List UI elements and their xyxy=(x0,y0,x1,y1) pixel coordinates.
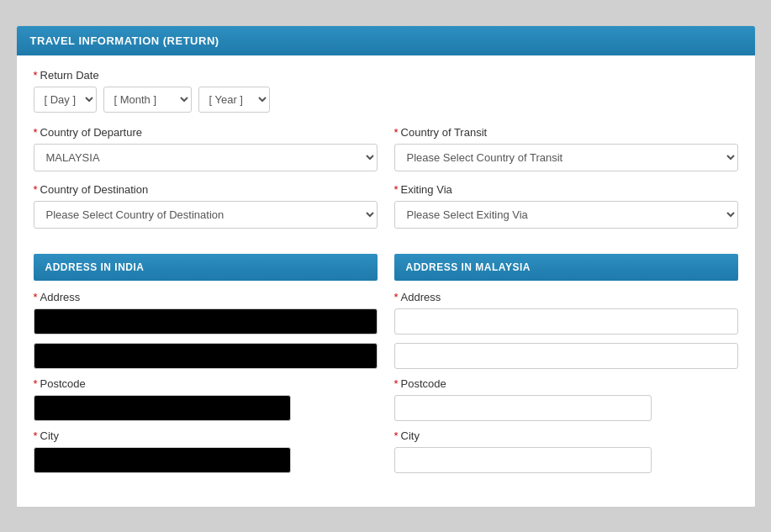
address-india-header-text: ADDRESS IN INDIA xyxy=(45,261,145,273)
year-select[interactable]: [ Year ] 2023202420252026 xyxy=(198,87,270,113)
malaysia-postcode-label-text: Postcode xyxy=(401,377,446,390)
day-select[interactable]: [ Day ] 12345 678910 1112131415 16171819… xyxy=(34,87,97,113)
malaysia-postcode-group: * Postcode xyxy=(394,377,738,421)
required-star-destination: * xyxy=(34,183,38,196)
malaysia-address-group: * Address xyxy=(394,291,738,369)
address-india-col: ADDRESS IN INDIA * Address xyxy=(34,254,378,482)
india-city-input[interactable] xyxy=(34,447,292,473)
exiting-label: * Exiting Via xyxy=(394,183,738,196)
malaysia-address2-group xyxy=(394,343,738,369)
address-india-header: ADDRESS IN INDIA xyxy=(34,254,378,281)
departure-label-text: Country of Departure xyxy=(40,126,142,139)
departure-col: * Country of Departure MALAYSIA INDIA SI… xyxy=(34,126,378,171)
month-select[interactable]: [ Month ] JanuaryFebruaryMarch AprilMayJ… xyxy=(103,87,192,113)
india-postcode-label: * Postcode xyxy=(34,377,378,390)
exiting-select[interactable]: Please Select Exiting Via Air Sea Land xyxy=(394,201,738,229)
departure-transit-row: * Country of Departure MALAYSIA INDIA SI… xyxy=(34,126,738,171)
required-star-india-city: * xyxy=(34,429,38,442)
exiting-col: * Exiting Via Please Select Exiting Via … xyxy=(394,183,738,229)
malaysia-city-label-text: City xyxy=(401,429,420,442)
address-malaysia-header-text: ADDRESS IN MALAYSIA xyxy=(406,261,531,273)
india-city-group: * City xyxy=(34,429,378,473)
transit-label: * Country of Transit xyxy=(394,126,738,139)
departure-select[interactable]: MALAYSIA INDIA SINGAPORE OTHER xyxy=(34,144,378,171)
exiting-label-text: Exiting Via xyxy=(401,183,452,196)
malaysia-city-group: * City xyxy=(394,429,738,473)
malaysia-address1-input[interactable] xyxy=(394,308,738,334)
return-date-label: * Return Date xyxy=(34,69,738,82)
required-star-india-postcode: * xyxy=(34,377,38,390)
malaysia-address-label: * Address xyxy=(394,291,738,303)
form-container: TRAVEL INFORMATION (RETURN) * Return Dat… xyxy=(16,25,756,508)
required-star-date: * xyxy=(34,69,38,82)
address-india-fields: * Address * Postcode xyxy=(34,291,378,473)
header-title: TRAVEL INFORMATION (RETURN) xyxy=(30,34,219,47)
malaysia-postcode-label: * Postcode xyxy=(394,377,738,390)
transit-col: * Country of Transit Please Select Count… xyxy=(394,126,738,171)
india-address-label: * Address xyxy=(34,291,378,303)
india-address2-input[interactable] xyxy=(34,343,378,369)
date-row: [ Day ] 12345 678910 1112131415 16171819… xyxy=(34,87,738,113)
required-star-departure: * xyxy=(34,126,38,139)
transit-select[interactable]: Please Select Country of Transit MALAYSI… xyxy=(394,144,738,171)
destination-col: * Country of Destination Please Select C… xyxy=(34,183,378,229)
destination-label: * Country of Destination xyxy=(34,183,378,196)
malaysia-city-input[interactable] xyxy=(394,447,652,473)
india-city-label: * City xyxy=(34,429,378,442)
transit-label-text: Country of Transit xyxy=(401,126,488,139)
departure-label: * Country of Departure xyxy=(34,126,378,139)
india-city-label-text: City xyxy=(40,429,59,442)
address-malaysia-fields: * Address * Postcode xyxy=(394,291,738,473)
india-postcode-input[interactable] xyxy=(34,395,292,421)
india-address1-group xyxy=(34,308,378,334)
required-star-malaysia-city: * xyxy=(394,429,399,442)
malaysia-address2-input[interactable] xyxy=(394,343,738,369)
india-postcode-group: * Postcode xyxy=(34,377,378,421)
malaysia-city-label: * City xyxy=(394,429,738,442)
india-address-label-text: Address xyxy=(40,291,81,303)
india-address2-group xyxy=(34,343,378,369)
destination-select[interactable]: Please Select Country of Destination MAL… xyxy=(34,201,378,229)
address-section: ADDRESS IN INDIA * Address xyxy=(17,254,755,490)
malaysia-postcode-input[interactable] xyxy=(394,395,652,421)
return-date-text: Return Date xyxy=(40,69,99,82)
malaysia-address-label-text: Address xyxy=(401,291,441,303)
required-star-transit: * xyxy=(394,126,399,139)
malaysia-address1-group xyxy=(394,308,738,334)
required-star-exiting: * xyxy=(394,183,399,196)
form-body: * Return Date [ Day ] 12345 678910 11121… xyxy=(17,55,755,254)
india-address-group: * Address xyxy=(34,291,378,369)
required-star-malaysia-address: * xyxy=(394,291,399,303)
address-malaysia-header: ADDRESS IN MALAYSIA xyxy=(394,254,738,281)
required-star-malaysia-postcode: * xyxy=(394,377,399,390)
destination-label-text: Country of Destination xyxy=(40,183,149,196)
required-star-india-address: * xyxy=(34,291,38,303)
travel-info-header: TRAVEL INFORMATION (RETURN) xyxy=(17,26,755,55)
india-address1-input[interactable] xyxy=(34,308,378,334)
address-malaysia-col: ADDRESS IN MALAYSIA * Address xyxy=(394,254,738,482)
destination-exiting-row: * Country of Destination Please Select C… xyxy=(34,183,738,229)
india-postcode-label-text: Postcode xyxy=(40,377,86,390)
